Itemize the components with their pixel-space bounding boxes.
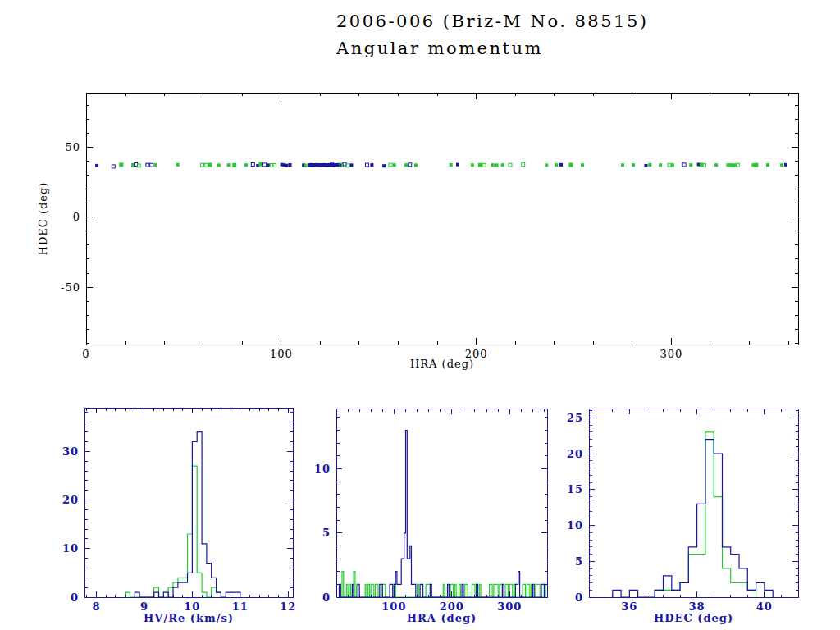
main-scatter-point xyxy=(659,163,662,167)
hist-hdec-axes: 3638400510152025HDEC (deg) xyxy=(567,409,798,624)
main-scatter-point xyxy=(522,162,525,166)
main-scatter-point xyxy=(784,163,788,167)
main-scatter-point xyxy=(632,163,635,167)
figure-page: 2006-006 (Briz-M No. 88515) Angular mome… xyxy=(0,0,840,630)
main-scatter-point xyxy=(726,163,729,167)
main-scatter-point xyxy=(370,163,373,167)
svg-text:100: 100 xyxy=(270,348,293,360)
main-scatter-point xyxy=(150,163,153,167)
svg-text:0: 0 xyxy=(73,211,80,223)
main-scatter-point xyxy=(766,163,769,167)
svg-text:HDEC (deg): HDEC (deg) xyxy=(654,612,733,624)
main-scatter-point xyxy=(227,163,231,167)
hist-hv-data xyxy=(126,432,240,597)
main-scatter-point xyxy=(304,164,308,167)
main-scatter-point xyxy=(365,163,368,167)
main-scatter-point xyxy=(482,163,486,167)
main-scatter-point xyxy=(153,163,157,167)
main-scatter-point xyxy=(456,163,459,167)
main-scatter-plot: 0100200300-50050HRA (deg)HDEC (deg) xyxy=(37,93,798,370)
svg-text:12: 12 xyxy=(280,600,296,613)
svg-text:HRA (deg): HRA (deg) xyxy=(407,612,477,624)
hist-hv-axes: 891011120102030HV/Re (km/s) xyxy=(62,408,296,624)
svg-text:HRA (deg): HRA (deg) xyxy=(410,358,474,370)
hist-hra-data xyxy=(340,431,546,597)
main-scatter-point xyxy=(581,163,584,167)
main-scatter-point xyxy=(176,163,180,167)
main-scatter-point xyxy=(471,163,474,167)
svg-text:30: 30 xyxy=(62,445,79,458)
main-scatter-point xyxy=(671,163,674,167)
main-scatter-point xyxy=(714,163,718,167)
main-scatter-point xyxy=(200,163,203,167)
svg-text:20: 20 xyxy=(62,494,79,506)
svg-text:5: 5 xyxy=(322,527,331,539)
svg-text:20: 20 xyxy=(567,448,583,460)
hist-hdec-blue-histogram xyxy=(613,440,773,597)
main-scatter-point xyxy=(621,163,624,167)
main-scatter-point xyxy=(251,162,254,166)
hist-hra-blue-histogram xyxy=(340,431,545,597)
main-scatter-point xyxy=(119,162,123,167)
main-scatter-point xyxy=(263,163,267,167)
main-scatter-point xyxy=(95,164,98,167)
hist-hdec-data xyxy=(613,432,773,597)
svg-text:0: 0 xyxy=(575,591,583,604)
svg-text:15: 15 xyxy=(567,483,583,495)
svg-text:40: 40 xyxy=(756,600,773,613)
svg-text:200: 200 xyxy=(440,600,464,613)
main-scatter-point xyxy=(559,163,563,167)
svg-text:0: 0 xyxy=(82,348,89,360)
main-scatter-point xyxy=(285,164,288,167)
main-scatter-point xyxy=(545,163,548,167)
main-scatter-point xyxy=(736,163,739,167)
main-scatter-point xyxy=(645,164,648,167)
main-scatter-point xyxy=(568,163,573,167)
main-scatter-point xyxy=(648,163,651,167)
main-scatter-point xyxy=(217,163,221,167)
svg-text:0: 0 xyxy=(322,591,331,604)
main-scatter-point xyxy=(414,163,418,167)
main-scatter-point xyxy=(112,165,115,168)
svg-text:300: 300 xyxy=(497,600,522,613)
svg-text:5: 5 xyxy=(575,555,583,568)
main-scatter-point xyxy=(682,163,686,167)
svg-text:9: 9 xyxy=(140,600,148,613)
main-scatter-point xyxy=(258,162,262,167)
svg-text:0: 0 xyxy=(71,591,79,604)
main-scatter-axes: 0100200300-50050HRA (deg)HDEC (deg) xyxy=(37,93,798,370)
main-scatter-data xyxy=(95,162,788,168)
main-scatter-point xyxy=(339,163,342,167)
svg-text:10: 10 xyxy=(567,519,583,532)
main-scatter-point xyxy=(208,163,212,167)
svg-text:10: 10 xyxy=(314,463,331,475)
hist-hv-plot: 891011120102030HV/Re (km/s) xyxy=(62,408,296,624)
main-scatter-point xyxy=(509,163,512,167)
main-scatter-point xyxy=(404,163,408,167)
main-scatter-point xyxy=(389,163,392,167)
svg-text:HV/Re (km/s): HV/Re (km/s) xyxy=(144,612,234,624)
svg-text:-50: -50 xyxy=(61,281,80,294)
hist-hv-green-histogram xyxy=(126,466,221,597)
plots-canvas: 0100200300-50050HRA (deg)HDEC (deg)89101… xyxy=(0,0,840,630)
svg-text:8: 8 xyxy=(93,600,101,613)
main-scatter-point xyxy=(146,163,149,167)
main-scatter-point xyxy=(450,163,453,167)
svg-text:25: 25 xyxy=(567,412,583,424)
svg-text:10: 10 xyxy=(184,600,200,613)
main-scatter-point xyxy=(729,163,733,167)
main-scatter-point xyxy=(780,163,783,167)
svg-text:HDEC (deg): HDEC (deg) xyxy=(37,182,49,256)
svg-text:38: 38 xyxy=(689,600,705,613)
svg-text:100: 100 xyxy=(381,600,406,613)
main-scatter-point xyxy=(555,163,558,167)
main-scatter-point xyxy=(754,163,758,167)
svg-text:11: 11 xyxy=(232,600,249,613)
svg-text:300: 300 xyxy=(660,348,683,360)
main-scatter-point xyxy=(689,163,692,167)
main-scatter-point xyxy=(244,163,248,167)
main-scatter-point xyxy=(478,163,482,167)
hist-hra-plot: 1002003000510HRA (deg) xyxy=(314,409,547,624)
main-scatter-point xyxy=(393,163,396,167)
main-scatter-point xyxy=(289,163,292,167)
